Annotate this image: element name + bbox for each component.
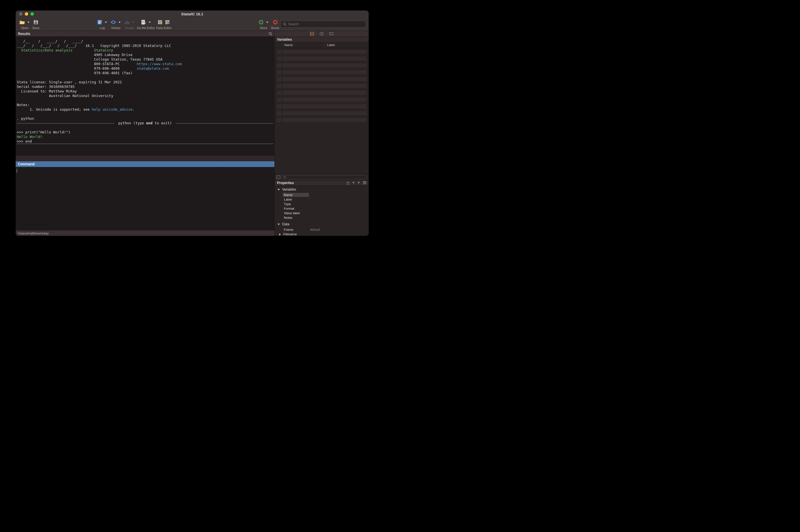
var-row-placeholder xyxy=(277,50,366,54)
results-search-icon[interactable] xyxy=(269,32,272,36)
tab-project-icon[interactable] xyxy=(329,32,333,36)
prop-data-filename[interactable]: Filename xyxy=(282,232,308,236)
search-icon xyxy=(283,22,286,26)
variables-title: Variables xyxy=(277,38,292,41)
menu-icon[interactable] xyxy=(363,181,366,185)
lock-icon[interactable] xyxy=(346,181,349,185)
log-group: Log xyxy=(96,19,108,30)
prop-var-format[interactable]: Format xyxy=(283,207,309,210)
varcol-label[interactable]: Label xyxy=(325,42,369,48)
open-label: Open xyxy=(21,26,29,30)
more-group: More xyxy=(257,19,270,30)
prop-var-type[interactable]: Type xyxy=(283,202,309,206)
prop-var-name[interactable]: Name xyxy=(283,193,309,197)
svg-point-38 xyxy=(284,176,286,178)
svg-line-39 xyxy=(286,177,286,178)
tab-history-icon[interactable] xyxy=(320,32,324,36)
variables-header: Variables xyxy=(275,37,369,42)
svg-line-26 xyxy=(169,24,170,25)
save-button[interactable] xyxy=(32,19,40,26)
var-row-placeholder xyxy=(277,70,366,74)
varcol-name[interactable]: Name xyxy=(283,42,325,48)
dofile-button[interactable] xyxy=(140,19,147,26)
dofile-dropdown[interactable] xyxy=(147,19,152,26)
prop-var-label[interactable]: Label xyxy=(283,197,309,202)
svg-line-32 xyxy=(271,34,272,35)
var-row-placeholder xyxy=(277,104,366,108)
svg-rect-37 xyxy=(277,175,280,179)
svg-rect-8 xyxy=(125,22,126,24)
more-dropdown[interactable] xyxy=(265,19,270,26)
svg-point-7 xyxy=(112,21,114,23)
command-title: Command xyxy=(18,162,35,166)
var-row-placeholder xyxy=(277,57,366,61)
var-row-placeholder xyxy=(277,84,366,88)
svg-rect-5 xyxy=(98,23,101,24)
svg-point-31 xyxy=(269,33,271,35)
bar-chart-icon xyxy=(124,20,129,24)
log-dropdown[interactable] xyxy=(103,19,108,26)
var-row-placeholder xyxy=(277,98,366,101)
svg-rect-4 xyxy=(98,22,101,22)
more-button[interactable] xyxy=(257,19,265,26)
svg-point-29 xyxy=(283,23,286,25)
tab-variables-icon[interactable] xyxy=(310,32,314,36)
svg-rect-14 xyxy=(142,22,144,23)
toolbar: Open Save xyxy=(16,17,369,31)
results-title: Results xyxy=(18,32,30,36)
graph-dropdown[interactable] xyxy=(131,19,136,26)
table-pencil-icon xyxy=(158,20,163,25)
eye-icon xyxy=(110,20,116,24)
prop-data-frame[interactable]: Frame xyxy=(283,228,309,232)
graph-group: Graph xyxy=(123,19,136,30)
log-button[interactable] xyxy=(96,19,103,26)
svg-rect-20 xyxy=(165,20,169,24)
x-circle-icon xyxy=(273,20,278,25)
results-pane[interactable]: /__ / ____/ / ____/ ___/ / /___/ / /___/… xyxy=(16,37,274,156)
stata-url-link[interactable]: https://www.stata.com xyxy=(137,62,182,66)
prop-var-notes[interactable]: Notes xyxy=(283,216,309,220)
history-strip[interactable] xyxy=(16,156,274,161)
dataeditor-edit-button[interactable] xyxy=(157,19,164,26)
filter-toggle-icon[interactable] xyxy=(276,175,280,179)
viewer-button[interactable] xyxy=(110,19,117,26)
search-icon xyxy=(284,176,286,179)
next-var-icon[interactable] xyxy=(358,181,360,185)
log-label: Log xyxy=(99,26,105,30)
variables-columns: Name Label xyxy=(275,42,369,48)
open-dropdown[interactable] xyxy=(26,19,31,26)
stata-email-link[interactable]: stata@stata.com xyxy=(137,66,169,71)
chevron-down-icon xyxy=(149,22,151,23)
chevron-down-icon xyxy=(119,22,121,23)
svg-line-30 xyxy=(285,25,286,25)
variables-list[interactable] xyxy=(275,48,369,174)
prev-var-icon[interactable] xyxy=(352,181,355,185)
command-header: Command xyxy=(16,161,274,167)
viewer-dropdown[interactable] xyxy=(117,19,122,26)
variables-filter-input[interactable] xyxy=(281,175,367,179)
toolbar-search-input[interactable] xyxy=(288,22,363,26)
prop-var-valuelabel[interactable]: Value label xyxy=(283,211,309,215)
chevron-down-icon xyxy=(132,22,134,23)
svg-rect-33 xyxy=(310,32,314,36)
graph-button[interactable] xyxy=(123,19,131,26)
props-variables-group[interactable]: Variables xyxy=(277,188,366,191)
var-row-placeholder xyxy=(277,63,366,68)
more-label: More xyxy=(260,26,267,30)
command-input[interactable] xyxy=(16,167,274,230)
break-button[interactable] xyxy=(272,19,279,26)
help-unicode-link[interactable]: help unicode_advice xyxy=(92,107,132,112)
sidebar-tabs xyxy=(275,31,369,37)
open-group: Open xyxy=(18,19,31,30)
toolbar-search[interactable] xyxy=(280,21,366,27)
graph-label: Graph xyxy=(125,26,134,30)
folder-open-icon xyxy=(19,20,25,24)
props-data-group[interactable]: Data xyxy=(277,222,366,226)
variables-filter-bar xyxy=(275,174,369,180)
dataeditor-browse-button[interactable] xyxy=(164,19,171,26)
open-button[interactable] xyxy=(18,19,26,26)
properties-header: Properties xyxy=(275,180,369,186)
svg-rect-13 xyxy=(142,22,144,22)
app-window: Stata/IC 16.1 Open xyxy=(16,11,369,236)
sidebar: Variables Name Label xyxy=(275,31,369,236)
